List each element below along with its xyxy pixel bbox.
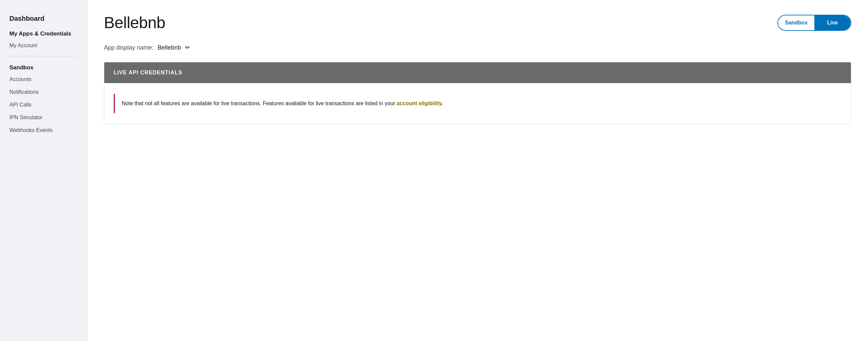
sidebar: Dashboard My Apps & Credentials My Accou… — [0, 0, 87, 341]
notice-text-part1: Note that not all features are available… — [122, 101, 397, 106]
sidebar-item-ipn-simulator[interactable]: IPN Simulator — [0, 111, 87, 124]
credentials-header-title: LIVE API CREDENTIALS — [114, 70, 182, 75]
account-eligibility-link[interactable]: account eligibility. — [397, 101, 443, 106]
live-toggle-option[interactable]: Live — [814, 15, 850, 30]
sidebar-dashboard-title[interactable]: Dashboard — [0, 11, 87, 27]
edit-icon[interactable]: ✏ — [185, 44, 190, 51]
app-display-name-value: Bellebnb — [158, 44, 181, 51]
sidebar-divider — [9, 56, 78, 56]
sidebar-item-my-account[interactable]: My Account — [0, 39, 87, 52]
sidebar-sandbox-title: Sandbox — [0, 60, 87, 73]
app-display-name-row: App display name: Bellebnb ✏ — [104, 44, 851, 51]
sandbox-toggle-option[interactable]: Sandbox — [778, 15, 814, 30]
credentials-body: Note that not all features are available… — [104, 83, 851, 124]
sidebar-item-accounts[interactable]: Accounts — [0, 73, 87, 86]
main-content: Bellebnb Sandbox Live App display name: … — [87, 0, 868, 341]
credentials-section: LIVE API CREDENTIALS Note that not all f… — [104, 62, 851, 124]
sidebar-item-api-calls[interactable]: API Calls — [0, 99, 87, 111]
credentials-header: LIVE API CREDENTIALS — [104, 62, 851, 83]
notice-box: Note that not all features are available… — [114, 94, 841, 113]
sidebar-item-notifications[interactable]: Notifications — [0, 86, 87, 99]
environment-toggle[interactable]: Sandbox Live — [777, 15, 851, 31]
notice-text: Note that not all features are available… — [122, 99, 835, 108]
page-title: Bellebnb — [104, 13, 165, 32]
sidebar-item-webhooks-events[interactable]: Webhooks Events — [0, 124, 87, 137]
app-display-name-label: App display name: — [104, 44, 154, 51]
page-header: Bellebnb Sandbox Live — [104, 13, 851, 32]
sidebar-my-apps-credentials[interactable]: My Apps & Credentials — [0, 27, 87, 39]
